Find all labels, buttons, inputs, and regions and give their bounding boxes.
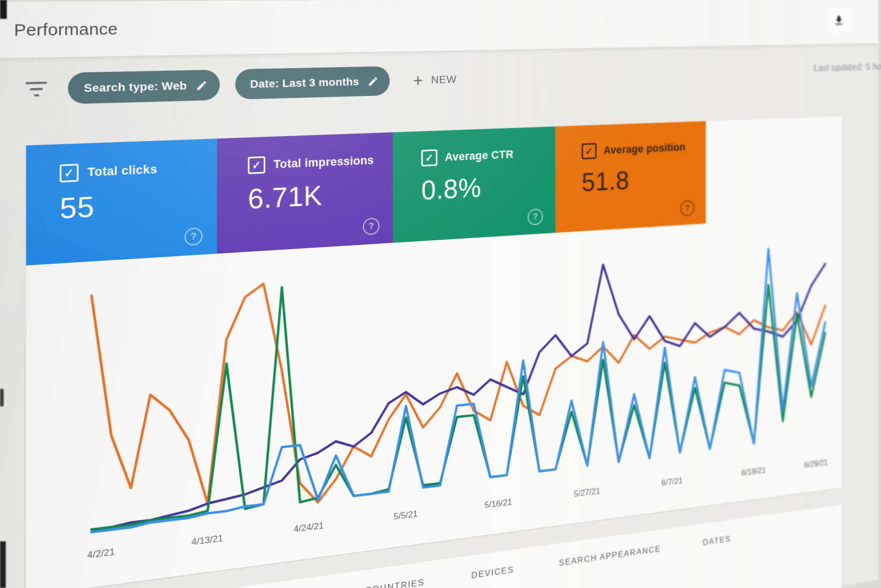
x-axis-tick-label: 6/7/21 [661, 476, 682, 488]
checkbox-checked-icon[interactable]: ✓ [60, 164, 79, 183]
metric-card-value: 55 [60, 184, 217, 225]
metric-card-total-clicks[interactable]: ✓ Total clicks 55 ? [26, 138, 217, 265]
tab-dates[interactable]: DATES [703, 534, 731, 588]
pencil-icon [196, 79, 207, 91]
checkbox-checked-icon[interactable]: ✓ [582, 143, 596, 159]
tab-countries[interactable]: COUNTRIES [365, 578, 424, 588]
metric-card-average-position[interactable]: ✓ Average position 51.8 ? [555, 121, 706, 233]
x-axis-tick-label: 5/16/21 [485, 497, 512, 511]
metric-card-label: Average position [604, 141, 685, 157]
x-axis-tick-label: 6/29/21 [804, 458, 828, 471]
metric-card-label: Average CTR [445, 148, 513, 164]
x-axis-tick-label: 6/18/21 [742, 465, 766, 478]
last-updated-text: Last updated: 5 hour [814, 61, 881, 73]
metric-card-value: 6.71K [248, 176, 393, 215]
pencil-icon [368, 76, 379, 87]
x-axis-tick-label: 5/5/21 [394, 509, 418, 522]
metric-card-label: Total impressions [273, 153, 373, 171]
page-title: Performance [14, 19, 118, 40]
metric-card-total-impressions[interactable]: ✓ Total impressions 6.71K ? [217, 132, 393, 253]
checkbox-checked-icon[interactable]: ✓ [421, 149, 437, 167]
app-window: Performance Search type: Web Date: Last … [0, 0, 878, 588]
bezel-artifact [0, 541, 6, 588]
filter-list-icon[interactable] [25, 82, 48, 97]
search-type-chip[interactable]: Search type: Web [68, 70, 220, 104]
metric-card-value: 0.8% [421, 168, 555, 206]
tab-search-appearance[interactable]: SEARCH APPEARANCE [559, 544, 661, 588]
chart-canvas [92, 232, 825, 543]
download-icon [833, 15, 844, 27]
help-icon[interactable]: ? [680, 200, 694, 216]
new-filter-button[interactable]: + NEW [413, 70, 457, 89]
bezel-artifact [0, 389, 4, 407]
content-edge-line [24, 341, 25, 588]
plus-icon: + [413, 71, 423, 89]
help-icon[interactable]: ? [185, 227, 202, 245]
new-filter-label: NEW [431, 73, 457, 86]
metric-card-average-ctr[interactable]: ✓ Average CTR 0.8% ? [393, 126, 555, 243]
checkbox-checked-icon[interactable]: ✓ [248, 156, 265, 174]
help-icon[interactable]: ? [528, 208, 543, 225]
performance-chart-panel: ✓ Total clicks 55 ? ✓ Total impressions … [26, 116, 842, 588]
x-axis-tick-label: 4/13/21 [191, 533, 223, 548]
export-button[interactable] [828, 8, 850, 34]
metric-card-value: 51.8 [582, 162, 706, 197]
search-type-chip-label: Search type: Web [84, 79, 187, 95]
x-axis-tick-label: 5/27/21 [574, 486, 600, 499]
date-filter-chip-label: Date: Last 3 months [250, 75, 359, 90]
metric-card-label: Total clicks [88, 162, 157, 179]
x-axis-tick-label: 4/2/21 [87, 547, 115, 561]
date-filter-chip[interactable]: Date: Last 3 months [235, 66, 390, 100]
tab-devices[interactable]: DEVICES [471, 565, 514, 588]
help-icon[interactable]: ? [363, 218, 380, 236]
x-axis-tick-label: 4/24/21 [294, 520, 324, 535]
bezel-artifact [0, 0, 7, 19]
